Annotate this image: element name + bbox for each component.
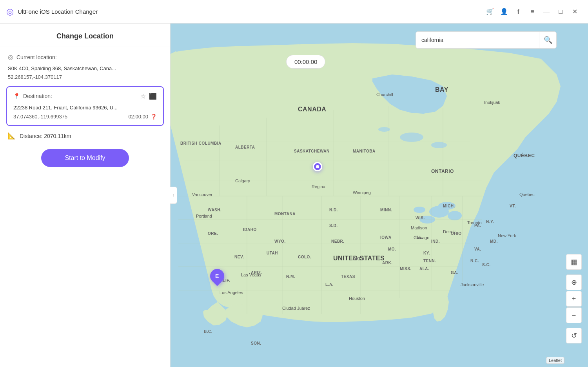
crosshair-button[interactable]: ⊕	[566, 274, 582, 290]
destination-pin-icon: 📍	[13, 93, 20, 99]
sidebar-title: Change Location	[8, 32, 162, 40]
svg-point-6	[400, 133, 423, 142]
svg-point-8	[378, 127, 390, 132]
sidebar-header: Change Location	[0, 24, 170, 47]
distance-text: Distance: 2070.11km	[20, 133, 71, 139]
destination-time-value: 02:00:00	[128, 114, 148, 120]
facebook-button[interactable]: f	[511, 5, 525, 19]
app-title: UltFone iOS Location Changer	[18, 8, 98, 15]
current-location-coords: 52.268157,-104.370117	[8, 74, 162, 80]
help-icon[interactable]: ❓	[151, 114, 157, 120]
close-button[interactable]: ✕	[568, 5, 582, 19]
search-bar[interactable]: california 🔍	[416, 31, 557, 49]
collapse-sidebar-button[interactable]: ‹	[170, 187, 177, 204]
destination-coords-row: 37.074360,-119.699375 02:00:00 ❓	[13, 114, 157, 120]
svg-point-5	[438, 202, 456, 210]
account-button[interactable]: 👤	[497, 5, 511, 19]
search-input[interactable]: california	[416, 37, 539, 43]
cart-button[interactable]: 🛒	[483, 5, 497, 19]
reset-button[interactable]: ↺	[566, 328, 582, 343]
svg-point-2	[448, 211, 462, 220]
app-logo-icon: ◎	[6, 7, 14, 17]
zoom-out-button[interactable]: −	[566, 307, 582, 323]
leaflet-badge: Leaflet	[546, 357, 564, 364]
destination-header: 📍 Destination: ☆ ⬛	[13, 93, 157, 100]
current-location-label: ◎ Current location:	[8, 53, 162, 61]
search-button[interactable]: 🔍	[539, 31, 556, 49]
current-location-label-text: Current location:	[16, 54, 57, 60]
sidebar-panel: Change Location ◎ Current location: S0K …	[0, 24, 171, 367]
destination-section: 📍 Destination: ☆ ⬛ 22238 Road 211, Frian…	[6, 86, 164, 126]
destination-coords: 37.074360,-119.699375	[13, 114, 67, 120]
distance-icon: 📐	[8, 132, 16, 140]
favorite-button[interactable]: ☆	[140, 93, 146, 100]
destination-marker: E	[210, 269, 224, 283]
current-location-section: ◎ Current location: S0K 4C0, Spalding 36…	[0, 47, 170, 86]
timer-badge: 00:00:00	[286, 55, 325, 69]
destination-label-text: Destination:	[23, 93, 52, 99]
map-container: BayCanadaBRITISH COLUMBIAALBERTASASKATCH…	[0, 24, 588, 367]
titlebar: ◎ UltFone iOS Location Changer 🛒 👤 f ≡ —…	[0, 0, 588, 24]
current-location-icon: ◎	[8, 53, 13, 61]
destination-address: 22238 Road 211, Friant, California 93626…	[13, 104, 157, 112]
distance-section: 📐 Distance: 2070.11km	[0, 126, 170, 146]
destination-actions: ☆ ⬛	[140, 93, 157, 100]
start-button-wrapper: Start to Modify	[0, 146, 170, 175]
minimize-button[interactable]: —	[539, 5, 554, 19]
maximize-button[interactable]: □	[554, 5, 568, 19]
current-location-address: S0K 4C0, Spalding 368, Saskatchewan, Can…	[8, 65, 162, 73]
svg-point-7	[431, 142, 447, 148]
layers-button[interactable]: ▦	[566, 254, 582, 270]
svg-point-4	[414, 207, 425, 213]
start-to-modify-button[interactable]: Start to Modify	[41, 149, 129, 167]
marker-label: E	[215, 273, 219, 279]
zoom-in-button[interactable]: +	[566, 291, 582, 307]
destination-label: 📍 Destination:	[13, 93, 52, 99]
current-location-marker	[313, 162, 322, 171]
menu-button[interactable]: ≡	[525, 5, 539, 19]
map-controls: ▦ ⊕ + − ↺	[566, 254, 582, 343]
destination-time: 02:00:00 ❓	[128, 114, 157, 120]
history-button[interactable]: ⬛	[149, 93, 157, 100]
